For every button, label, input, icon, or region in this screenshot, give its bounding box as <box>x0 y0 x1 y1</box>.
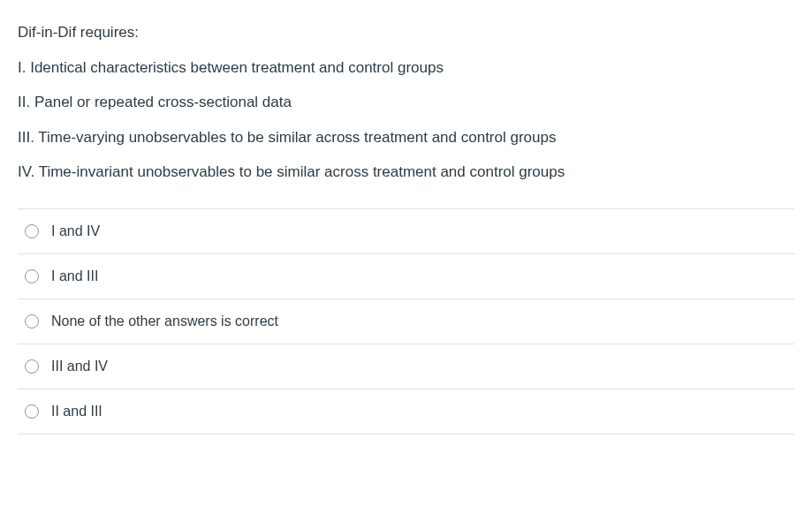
answer-option-5[interactable]: II and III <box>18 389 794 434</box>
question-stem: Dif-in-Dif requires: I. Identical charac… <box>18 21 794 184</box>
radio-icon <box>25 359 39 374</box>
radio-icon <box>25 269 39 283</box>
answer-label: I and III <box>51 266 98 287</box>
question-statement-1: I. Identical characteristics between tre… <box>18 57 794 79</box>
answer-option-1[interactable]: I and IV <box>18 209 794 254</box>
radio-icon <box>25 314 39 329</box>
answer-option-3[interactable]: None of the other answers is correct <box>18 299 794 344</box>
question-prompt: Dif-in-Dif requires: <box>18 21 794 44</box>
radio-icon <box>25 404 39 419</box>
radio-icon <box>25 224 39 238</box>
question-statement-3: III. Time-varying unobservables to be si… <box>18 126 794 149</box>
answer-label: I and IV <box>51 221 100 242</box>
answer-label: None of the other answers is correct <box>51 311 278 332</box>
answer-list: I and IV I and III None of the other ans… <box>18 208 794 434</box>
answer-option-4[interactable]: III and IV <box>18 344 794 389</box>
question-statement-4: IV. Time-invariant unobservables to be s… <box>18 161 794 184</box>
question-container: Dif-in-Dif requires: I. Identical charac… <box>0 0 812 434</box>
answer-option-2[interactable]: I and III <box>18 254 794 299</box>
question-statement-2: II. Panel or repeated cross-sectional da… <box>18 91 794 114</box>
answer-label: II and III <box>51 401 102 422</box>
answer-label: III and IV <box>51 356 108 377</box>
